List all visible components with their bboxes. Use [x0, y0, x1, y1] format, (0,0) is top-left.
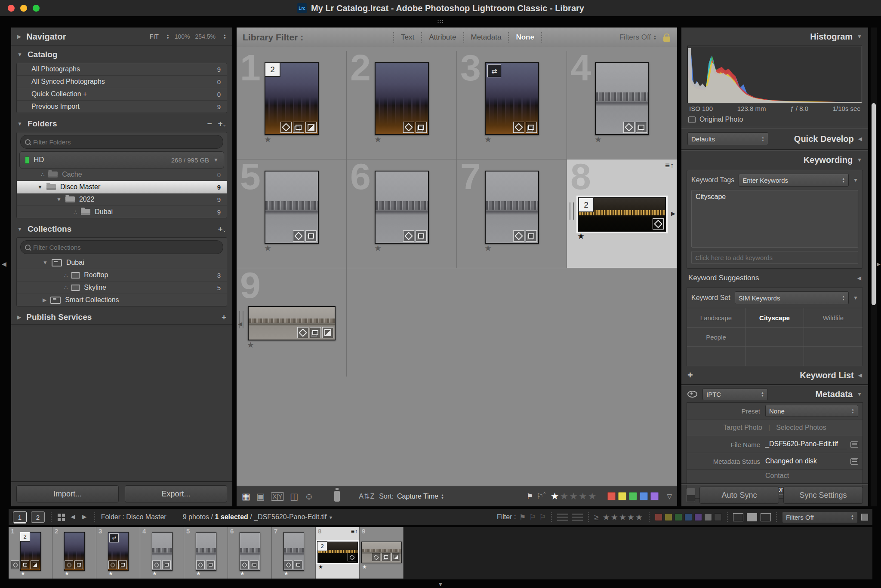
- copy-badge-icon[interactable]: [382, 553, 390, 561]
- adjust-badge-icon[interactable]: [391, 553, 400, 561]
- color-chip[interactable]: [694, 513, 702, 521]
- star-rating-icon[interactable]: ★: [484, 135, 492, 144]
- copy-badge-icon[interactable]: [636, 122, 647, 133]
- filmstrip-view-toggle-3[interactable]: [761, 513, 771, 521]
- tag-badge-icon[interactable]: [280, 122, 292, 133]
- filter-flag-unflagged-icon[interactable]: ⚐: [530, 513, 536, 522]
- survey-view-button[interactable]: ◫: [290, 491, 299, 502]
- photo-thumbnail[interactable]: 2: [578, 197, 666, 232]
- photo-cell[interactable]: 6★: [228, 527, 272, 579]
- photo-thumbnail[interactable]: [265, 171, 319, 244]
- quick-develop-header[interactable]: Defaults ▲▼ Quick Develop◀: [681, 129, 868, 149]
- volume-hd-row[interactable]: HD 268 / 995 GB ▼: [19, 151, 224, 168]
- photo-cell[interactable]: 4★: [140, 527, 184, 579]
- photo-thumbnail[interactable]: [485, 171, 539, 244]
- star-rating-icon[interactable]: ★: [484, 243, 492, 253]
- copy-badge-icon[interactable]: [310, 327, 321, 338]
- photo-thumbnail[interactable]: 2: [265, 62, 319, 135]
- tag-badge-icon[interactable]: [108, 560, 117, 569]
- target-photo-button[interactable]: Target Photo: [723, 424, 762, 432]
- minimize-window-button[interactable]: [20, 5, 27, 12]
- filmstrip-filter-toggle[interactable]: [861, 514, 868, 521]
- flag-reject-button[interactable]: ⚐: [536, 492, 543, 501]
- photo-cell[interactable]: 2★: [347, 51, 457, 159]
- file-name-action-icon[interactable]: [850, 441, 858, 448]
- rotate-badge-icon[interactable]: ⇄: [109, 533, 119, 542]
- keyword-tags-textarea[interactable]: Cityscape: [691, 190, 858, 248]
- add-folder-button[interactable]: +⌄: [218, 119, 227, 129]
- copy-badge-icon[interactable]: [416, 230, 427, 242]
- filmstrip-collapse-arrow[interactable]: ▼: [0, 581, 881, 588]
- dotted-expand-icon[interactable]: ∴: [41, 172, 44, 178]
- photo-thumbnail[interactable]: [240, 532, 260, 571]
- copy-badge-icon[interactable]: [526, 122, 537, 133]
- star-rating-icon[interactable]: ★: [264, 135, 271, 144]
- photo-cell[interactable]: 82≡↑★▶: [567, 159, 677, 268]
- navigator-fit-button[interactable]: FIT: [150, 33, 159, 40]
- folder-row-2022[interactable]: ▼ 2022 9: [17, 193, 227, 206]
- catalog-header[interactable]: ▼ Catalog: [11, 47, 232, 62]
- filter-folders-input[interactable]: [32, 138, 219, 146]
- tab-attribute[interactable]: Attribute: [429, 33, 456, 42]
- color-chip[interactable]: [704, 513, 712, 521]
- photo-thumbnail[interactable]: ⇄: [108, 532, 129, 571]
- photo-cell[interactable]: 3⇄★: [96, 527, 140, 579]
- tag-badge-icon[interactable]: [348, 553, 356, 561]
- photo-thumbnail[interactable]: [248, 306, 336, 340]
- tag-badge-icon[interactable]: [403, 230, 414, 242]
- export-button[interactable]: Export...: [125, 485, 227, 502]
- tag-badge-icon[interactable]: [623, 122, 635, 133]
- catalog-item-quick-collection[interactable]: Quick Collection + 0: [17, 88, 227, 101]
- stack-count-badge[interactable]: 2: [20, 532, 30, 542]
- photo-cell[interactable]: 7★: [272, 527, 316, 579]
- copy-badge-icon[interactable]: [74, 560, 83, 569]
- star-rating-icon[interactable]: ★: [247, 340, 254, 350]
- filmstrip-view-toggle-2[interactable]: [747, 513, 757, 521]
- tab-text[interactable]: Text: [401, 33, 414, 42]
- back-arrow-button[interactable]: ◄: [69, 513, 77, 521]
- eye-icon[interactable]: [687, 391, 697, 398]
- filter-unedited-icon[interactable]: [572, 514, 583, 521]
- filter-flag-reject-icon[interactable]: ⚐: [539, 513, 546, 522]
- copy-badge-icon[interactable]: [250, 560, 259, 569]
- adjust-badge-icon[interactable]: [305, 122, 317, 133]
- color-chip[interactable]: [675, 513, 682, 521]
- catalog-item-all-synced[interactable]: All Synced Photographs 0: [17, 76, 227, 88]
- star-rating-icon[interactable]: ★: [284, 570, 289, 576]
- keyword-set-dropdown[interactable]: SIM Keywords ▲▼: [735, 291, 849, 304]
- metadata-status-action-icon[interactable]: [850, 458, 858, 465]
- tag-badge-icon[interactable]: [513, 230, 524, 242]
- tag-badge-icon[interactable]: [196, 560, 205, 569]
- catalog-item-previous-import[interactable]: Previous Import 9: [17, 101, 227, 113]
- keyword-button-people[interactable]: People: [687, 328, 745, 347]
- left-panel-collapse-arrow[interactable]: ◀: [2, 260, 6, 267]
- folder-row-disco-master[interactable]: ▼ Disco Master 9: [17, 181, 227, 193]
- add-keywords-input[interactable]: [691, 251, 858, 264]
- top-panel-collapse-handle[interactable]: [437, 20, 444, 23]
- tag-badge-icon[interactable]: [513, 122, 524, 133]
- grid-view-button[interactable]: ▦: [242, 491, 250, 502]
- filter-flag-pick-icon[interactable]: ⚑: [519, 513, 526, 522]
- filmstrip-view-toggle-1[interactable]: [733, 513, 743, 521]
- photo-cell[interactable]: 5★: [184, 527, 228, 579]
- painter-tool-icon[interactable]: [334, 491, 340, 502]
- copy-badge-icon[interactable]: [305, 230, 317, 242]
- collection-row-dubai[interactable]: ▼ Dubai: [17, 257, 227, 269]
- color-chip[interactable]: [629, 492, 637, 500]
- copy-badge-icon[interactable]: [162, 560, 171, 569]
- close-window-button[interactable]: [8, 5, 15, 12]
- photo-thumbnail[interactable]: 2: [20, 532, 41, 571]
- original-photo-checkbox[interactable]: [688, 116, 696, 123]
- star-rating-icon[interactable]: ★: [152, 570, 157, 576]
- tag-badge-icon[interactable]: [372, 553, 380, 561]
- copy-badge-icon[interactable]: [293, 122, 304, 133]
- stack-count-badge[interactable]: 2: [317, 541, 327, 551]
- filter-collections-input[interactable]: [32, 243, 219, 251]
- collapse-triangle-icon[interactable]: ▼: [56, 196, 62, 202]
- photo-cell[interactable]: 5★: [237, 159, 347, 268]
- tag-badge-icon[interactable]: [293, 230, 304, 242]
- filter-edited-icon[interactable]: [557, 514, 568, 521]
- collection-row-smart-collections[interactable]: ▶ Smart Collections: [17, 294, 227, 306]
- tag-badge-icon[interactable]: [65, 560, 73, 569]
- remove-folder-button[interactable]: −: [207, 119, 212, 129]
